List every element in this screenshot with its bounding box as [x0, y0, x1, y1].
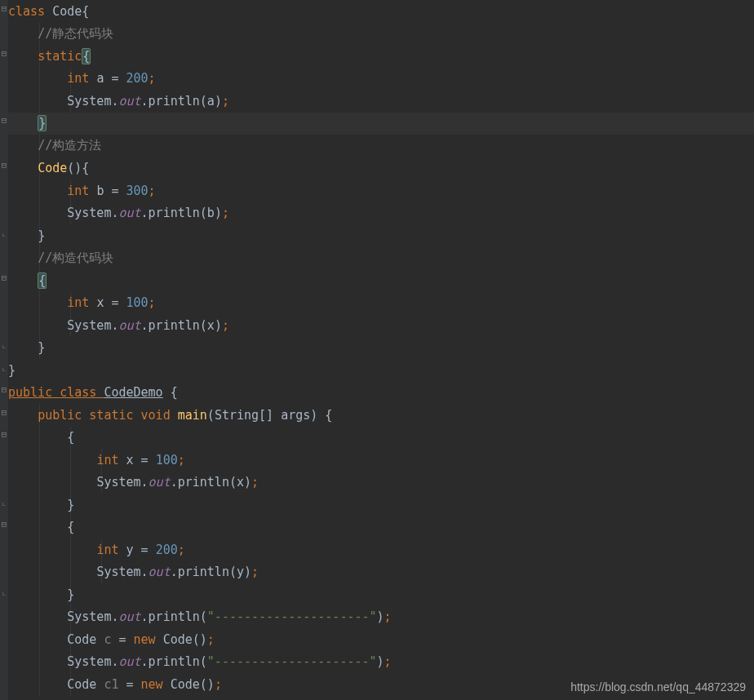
var-c: c	[104, 632, 118, 647]
paren-close: )	[377, 609, 384, 624]
keyword-class: class	[8, 4, 52, 19]
space	[163, 385, 171, 400]
code-line[interactable]: {	[8, 516, 754, 539]
semicolon: ;	[149, 184, 156, 198]
var-b: b	[207, 206, 215, 220]
number-literal: 100	[126, 295, 149, 310]
code-line[interactable]: static{	[8, 45, 754, 68]
paren-close: )	[244, 565, 251, 579]
dot: .	[171, 565, 178, 579]
brace-open: {	[171, 385, 178, 400]
var-x: x	[96, 295, 111, 310]
keyword-int: int	[96, 453, 126, 467]
code-line[interactable]: {	[8, 269, 754, 292]
gutter-fold-icon[interactable]: ⊟	[0, 382, 8, 398]
paren-open: (	[229, 475, 237, 490]
gutter-fold-icon[interactable]: ⊟	[0, 269, 8, 286]
dot: .	[141, 609, 149, 624]
code-line[interactable]: public static void main(String[] args) {	[8, 404, 754, 427]
code-line[interactable]: System.out.println(b);	[8, 202, 754, 225]
code-line[interactable]: System.out.println(x);	[8, 472, 754, 494]
operator-eq: =	[111, 295, 126, 310]
gutter-fold-icon[interactable]: ⊟	[0, 427, 8, 443]
paren-open: (	[200, 654, 207, 669]
code-line[interactable]: public class CodeDemo {	[8, 382, 754, 405]
code-line[interactable]: int x = 100;	[8, 449, 754, 472]
paren-close: )	[377, 654, 384, 669]
code-line[interactable]: }	[8, 494, 754, 516]
comment: //构造代码块	[38, 250, 113, 265]
class-name: Code	[52, 4, 82, 19]
brace-close: }	[67, 587, 74, 602]
var-y: y	[237, 565, 244, 579]
code-line[interactable]: //静态代码块	[8, 23, 754, 46]
code-line[interactable]: System.out.println("--------------------…	[8, 606, 754, 629]
class-ref-system: System	[67, 206, 111, 220]
keyword-public: public	[8, 385, 60, 400]
code-line[interactable]: int a = 200;	[8, 68, 754, 91]
code-line[interactable]: //构造方法	[8, 135, 754, 157]
comment: //构造方法	[38, 138, 101, 153]
code-line[interactable]: System.out.println(x);	[8, 314, 754, 337]
semicolon: ;	[149, 71, 156, 86]
var-x: x	[237, 475, 244, 490]
code-line[interactable]: class Code{	[8, 0, 754, 23]
code-line[interactable]: {	[8, 427, 754, 450]
dot: .	[141, 318, 149, 333]
code-line[interactable]: int b = 300;	[8, 179, 754, 202]
number-literal: 200	[156, 543, 178, 557]
dot: .	[141, 475, 149, 490]
operator-eq: =	[111, 71, 126, 86]
comment: //静态代码块	[38, 26, 113, 41]
class-ref-system: System	[67, 94, 111, 109]
gutter-fold-icon[interactable]: ⊟	[0, 45, 8, 61]
gutter-fold-end-icon: ⌞	[0, 224, 8, 241]
code-line[interactable]: Code c = new Code();	[8, 628, 754, 651]
code-line[interactable]: int x = 100;	[8, 292, 754, 315]
keyword-static: static	[38, 49, 82, 64]
code-line[interactable]: }	[8, 359, 754, 382]
brace-close: }	[38, 228, 45, 243]
var-x: x	[207, 318, 215, 333]
gutter-fold-icon[interactable]: ⊟	[0, 157, 8, 174]
code-line[interactable]: System.out.println("--------------------…	[8, 651, 754, 674]
method-main: main	[178, 408, 207, 423]
field-out: out	[118, 609, 140, 624]
paren-open: (	[200, 94, 207, 109]
code-line[interactable]: }	[8, 337, 754, 360]
semicolon: ;	[251, 565, 259, 579]
brace-open-matched: {	[82, 48, 91, 64]
paren-open: (	[200, 609, 207, 624]
keyword-static: static	[89, 408, 140, 423]
var-x: x	[126, 453, 141, 467]
var-a: a	[96, 71, 111, 86]
code-line[interactable]: Code(){	[8, 157, 754, 180]
keyword-int: int	[96, 543, 126, 557]
semicolon: ;	[222, 94, 229, 109]
brackets: []	[259, 408, 281, 423]
code-editor[interactable]: ⊟ ⊟ ⊟ ⊟ ⌞ ⊟ ⌞ ⌞ ⊟ ⊟ ⊟ ⌞ ⊟ ⌞ class Code{ …	[0, 0, 754, 700]
number-literal: 200	[126, 71, 149, 86]
field-out: out	[149, 475, 171, 490]
code-line[interactable]: System.out.println(a);	[8, 90, 754, 113]
gutter-fold-icon[interactable]: ⊟	[0, 516, 8, 533]
code-line[interactable]: }	[8, 583, 754, 606]
gutter-fold-end-icon	[0, 113, 8, 129]
semicolon: ;	[149, 295, 156, 310]
code-lines[interactable]: class Code{ //静态代码块 static{ int a = 200;…	[8, 0, 754, 696]
semicolon: ;	[222, 206, 229, 220]
code-line[interactable]: int y = 200;	[8, 538, 754, 561]
code-line[interactable]: //构造代码块	[8, 247, 754, 270]
brace-open: {	[82, 4, 89, 19]
code-line[interactable]: System.out.println(y);	[8, 561, 754, 584]
code-line[interactable]: }	[8, 224, 754, 247]
code-line-current[interactable]: }	[8, 113, 754, 135]
gutter-fold-icon[interactable]: ⊟	[0, 0, 8, 16]
type-code: Code	[67, 632, 104, 647]
brace-open: {	[82, 161, 89, 175]
paren-open: (	[229, 565, 237, 579]
gutter-fold-icon[interactable]: ⊟	[0, 404, 8, 420]
dot: .	[141, 206, 149, 220]
method-println: println	[149, 94, 200, 109]
method-println: println	[178, 475, 229, 490]
